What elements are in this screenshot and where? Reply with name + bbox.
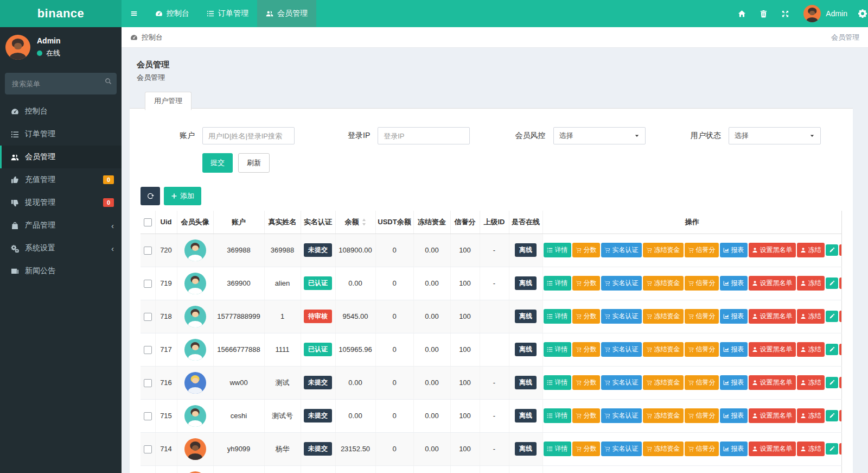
freeze-funds-button[interactable]: 冻结资金 [643, 276, 684, 291]
login-ip-input[interactable] [378, 127, 470, 144]
breadcrumb[interactable]: 控制台 [130, 33, 163, 42]
freeze-funds-button[interactable]: 冻结资金 [643, 309, 684, 324]
report-button[interactable]: 报表 [720, 309, 748, 324]
delete-button[interactable] [839, 410, 842, 421]
freeze-button[interactable]: 冻结 [797, 342, 825, 357]
score-button[interactable]: 分数 [572, 375, 600, 390]
score-button[interactable]: 分数 [572, 408, 600, 423]
set-blacklist-button[interactable]: 设置黑名单 [749, 309, 796, 324]
row-checkbox[interactable] [144, 412, 152, 420]
row-checkbox[interactable] [144, 445, 152, 453]
edit-button[interactable] [826, 443, 838, 455]
report-button[interactable]: 报表 [720, 276, 748, 291]
score-button[interactable]: 分数 [572, 276, 600, 291]
detail-button[interactable]: 详情 [544, 276, 571, 291]
detail-button[interactable]: 详情 [544, 243, 571, 257]
credit-score-button[interactable]: 信誉分 [685, 342, 719, 357]
delete-button[interactable] [839, 443, 842, 455]
credit-score-button[interactable]: 信誉分 [685, 408, 719, 423]
edit-button[interactable] [826, 244, 838, 256]
freeze-button[interactable]: 冻结 [797, 375, 825, 390]
grid-refresh-button[interactable] [141, 187, 160, 205]
credit-score-button[interactable]: 信誉分 [685, 375, 719, 390]
row-checkbox[interactable] [144, 346, 152, 354]
delete-button[interactable] [839, 377, 842, 388]
freeze-funds-button[interactable]: 冻结资金 [643, 442, 684, 456]
report-button[interactable]: 报表 [720, 243, 748, 257]
edit-button[interactable] [826, 344, 838, 355]
detail-button[interactable]: 详情 [544, 375, 571, 390]
add-member-button[interactable]: 添加 [164, 187, 201, 205]
set-blacklist-button[interactable]: 设置黑名单 [749, 243, 796, 257]
sidebar-item-提现管理[interactable]: 提现管理0 [0, 191, 122, 214]
sidebar-item-控制台[interactable]: 控制台 [0, 100, 122, 123]
edit-button[interactable] [826, 410, 838, 421]
sidebar-item-订单管理[interactable]: 订单管理 [0, 123, 122, 146]
freeze-button[interactable]: 冻结 [797, 442, 825, 456]
score-button[interactable]: 分数 [572, 342, 600, 357]
edit-button[interactable] [826, 377, 838, 388]
column-header-balance[interactable]: 余额 [335, 211, 375, 234]
sort-icon[interactable] [362, 218, 366, 226]
realname-auth-button[interactable]: 实名认证 [601, 375, 642, 390]
select-all-header[interactable] [141, 211, 155, 234]
delete-button[interactable] [839, 244, 842, 256]
row-checkbox[interactable] [144, 379, 152, 387]
sidebar-item-产品管理[interactable]: 产品管理‹ [0, 214, 122, 237]
freeze-funds-button[interactable]: 冻结资金 [643, 375, 684, 390]
select-all-checkbox[interactable] [144, 218, 152, 226]
realname-auth-button[interactable]: 实名认证 [601, 442, 642, 456]
nav-tab-会员管理[interactable]: 会员管理 [257, 0, 316, 27]
report-button[interactable]: 报表 [720, 375, 748, 390]
detail-button[interactable]: 详情 [544, 342, 571, 357]
edit-button[interactable] [826, 311, 838, 322]
freeze-funds-button[interactable]: 冻结资金 [643, 408, 684, 423]
delete-button[interactable] [839, 278, 842, 289]
row-checkbox[interactable] [144, 313, 152, 321]
report-button[interactable]: 报表 [720, 442, 748, 456]
delete-button[interactable] [839, 311, 842, 322]
set-blacklist-button[interactable]: 设置黑名单 [749, 276, 796, 291]
user-menu[interactable]: Admin [799, 5, 852, 22]
report-button[interactable]: 报表 [720, 342, 748, 357]
fullscreen-button[interactable] [774, 0, 796, 27]
set-blacklist-button[interactable]: 设置黑名单 [749, 442, 796, 456]
realname-auth-button[interactable]: 实名认证 [601, 309, 642, 324]
submit-button[interactable]: 提交 [202, 153, 233, 173]
score-button[interactable]: 分数 [572, 309, 600, 324]
realname-auth-button[interactable]: 实名认证 [601, 342, 642, 357]
menu-search-button[interactable] [105, 78, 112, 87]
settings-button[interactable] [858, 0, 868, 27]
account-search-input[interactable] [202, 127, 295, 144]
detail-button[interactable]: 详情 [544, 309, 571, 324]
freeze-button[interactable]: 冻结 [797, 243, 825, 257]
credit-score-button[interactable]: 信誉分 [685, 442, 719, 456]
home-button[interactable] [731, 0, 752, 27]
edit-button[interactable] [826, 278, 838, 289]
nav-tab-订单管理[interactable]: 订单管理 [198, 0, 257, 27]
sidebar-item-充值管理[interactable]: 充值管理0 [0, 168, 122, 191]
tab-user-management[interactable]: 用户管理 [145, 92, 192, 110]
score-button[interactable]: 分数 [572, 243, 600, 257]
trash-button[interactable] [752, 0, 774, 27]
risk-select[interactable]: 选择 [553, 127, 646, 144]
row-checkbox[interactable] [144, 280, 152, 288]
freeze-funds-button[interactable]: 冻结资金 [643, 243, 684, 257]
freeze-funds-button[interactable]: 冻结资金 [643, 342, 684, 357]
refresh-button[interactable]: 刷新 [238, 153, 270, 173]
freeze-button[interactable]: 冻结 [797, 309, 825, 324]
credit-score-button[interactable]: 信誉分 [685, 243, 719, 257]
sidebar-toggle-button[interactable] [122, 0, 146, 27]
set-blacklist-button[interactable]: 设置黑名单 [749, 375, 796, 390]
row-checkbox[interactable] [144, 247, 152, 255]
realname-auth-button[interactable]: 实名认证 [601, 408, 642, 423]
credit-score-button[interactable]: 信誉分 [685, 276, 719, 291]
freeze-button[interactable]: 冻结 [797, 408, 825, 423]
set-blacklist-button[interactable]: 设置黑名单 [749, 408, 796, 423]
detail-button[interactable]: 详情 [544, 408, 571, 423]
user-status-select[interactable]: 选择 [729, 127, 821, 144]
realname-auth-button[interactable]: 实名认证 [601, 243, 642, 257]
score-button[interactable]: 分数 [572, 442, 600, 456]
realname-auth-button[interactable]: 实名认证 [601, 276, 642, 291]
nav-tab-控制台[interactable]: 控制台 [146, 0, 198, 27]
